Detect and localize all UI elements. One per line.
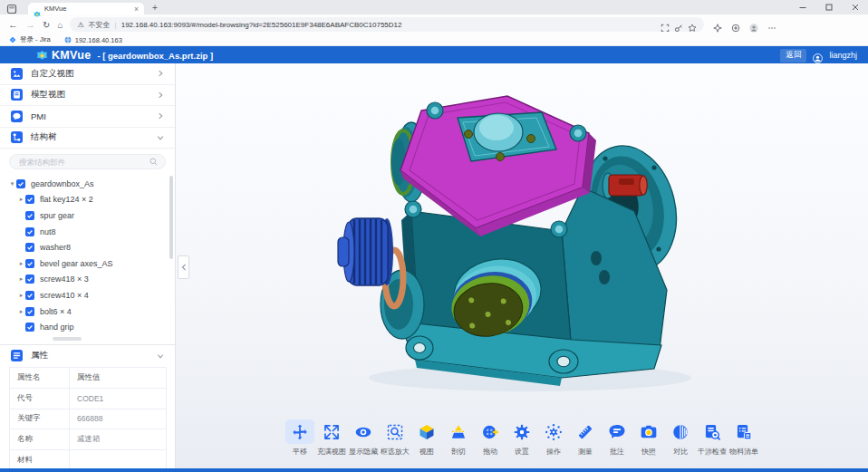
tool-label: 批注 — [610, 447, 624, 457]
tree-checkbox[interactable] — [25, 243, 34, 252]
app-logo-text: KMVue — [52, 49, 91, 62]
tree-checkbox[interactable] — [16, 179, 25, 188]
tree-item[interactable]: ▸ screw418 × 3 — [0, 272, 175, 288]
tool-comment[interactable]: 批注 — [603, 419, 632, 457]
sidebar-collapse-handle[interactable] — [178, 255, 189, 279]
tool-drag[interactable]: 拖动 — [476, 419, 505, 457]
tool-icon — [412, 419, 441, 444]
sidebar-panel-model-views[interactable]: 模型视图 — [0, 85, 175, 107]
expand-arrow-icon[interactable]: ▸ — [17, 196, 25, 203]
window-maximize-button[interactable] — [815, 0, 842, 14]
tree-item[interactable]: spur gear — [0, 207, 175, 224]
tree-checkbox[interactable] — [25, 291, 34, 300]
refresh-icon[interactable]: ↻ — [43, 20, 50, 30]
tab-actions-icon[interactable] — [6, 2, 17, 13]
panel-label: 自定义视图 — [31, 68, 157, 80]
bookmark-ip[interactable]: 192.168.40.163 — [64, 36, 122, 44]
tree-horizontal-scrollbar[interactable] — [53, 337, 82, 341]
user-avatar-icon[interactable] — [813, 51, 823, 61]
tool-compare[interactable]: 对比 — [666, 419, 695, 457]
sidebar-panel-pmi[interactable]: PMI — [0, 106, 175, 128]
jira-favicon-icon — [9, 36, 16, 43]
tree-checkbox[interactable] — [25, 211, 34, 220]
tool-icon — [349, 419, 378, 444]
sparkle-icon[interactable] — [713, 20, 722, 29]
expand-arrow-icon[interactable]: ▾ — [8, 180, 16, 188]
tree-vertical-scrollbar[interactable] — [169, 176, 173, 259]
tree-checkbox[interactable] — [25, 195, 34, 204]
tool-fit[interactable]: 充满视图 — [317, 419, 346, 457]
properties-table: 属性名 属性值 代号 CODE1 关键字 666888 名称 减速箱 材料 — [9, 367, 167, 471]
tree-item[interactable]: ▸ screw410 × 4 — [0, 287, 175, 303]
return-button[interactable]: 返回 — [780, 49, 806, 63]
tool-icon — [507, 419, 536, 444]
globe-favicon-icon — [64, 36, 72, 43]
tree-item[interactable]: ▸ flat key124 × 2 — [0, 192, 175, 208]
properties-panel-header[interactable]: 属性 — [0, 346, 175, 365]
panel-icon — [11, 111, 23, 122]
address-bar[interactable]: ⚠ 不安全 | 192.168.40.163:9093/#/model-brow… — [70, 17, 704, 32]
tool-icon — [634, 419, 663, 444]
tree-item[interactable]: ▸ bevel gear axes_AS — [0, 255, 175, 272]
collections-icon[interactable] — [731, 20, 740, 29]
expand-arrow-icon[interactable]: ▸ — [17, 292, 25, 299]
password-key-icon[interactable] — [674, 20, 683, 29]
forward-icon[interactable]: → — [25, 20, 35, 30]
tree-item[interactable]: ▾ geardownbox_As — [0, 176, 175, 192]
tool-icon — [729, 419, 758, 444]
username[interactable]: liangzhj — [829, 51, 857, 60]
browser-menu-icon[interactable] — [767, 20, 776, 29]
tree-checkbox[interactable] — [25, 323, 34, 332]
fullscreen-icon[interactable] — [661, 20, 670, 29]
tool-section[interactable]: 剖切 — [444, 419, 473, 457]
model-canvas[interactable]: 平移 充满视图 显示隐藏 框选放大 视图 剖切 拖动 设置 操作 测量 批注 快… — [176, 63, 868, 468]
sidebar-panel-structure-tree[interactable]: 结构树 — [0, 128, 175, 149]
security-label: 不安全 — [89, 20, 111, 30]
tool-camera[interactable]: 快照 — [634, 419, 663, 457]
tool-label: 框选放大 — [381, 447, 410, 457]
tool-interference[interactable]: 干涉检查 — [698, 419, 727, 457]
expand-arrow-icon[interactable]: ▸ — [17, 275, 25, 283]
favorite-star-icon[interactable] — [688, 20, 697, 29]
tool-eye[interactable]: 显示隐藏 — [349, 419, 378, 457]
tool-operate[interactable]: 操作 — [539, 419, 568, 457]
kmvue-favicon-icon — [34, 5, 41, 13]
chevron-down-icon — [157, 352, 164, 360]
tree-checkbox[interactable] — [25, 227, 34, 236]
browser-tab[interactable]: KMVue × — [28, 3, 144, 14]
panel-icon — [11, 89, 23, 101]
window-close-button[interactable] — [842, 0, 868, 14]
bookmark-jira[interactable]: 登录 - Jira — [9, 35, 51, 44]
property-value — [70, 450, 166, 470]
tool-ruler[interactable]: 测量 — [571, 419, 600, 457]
expand-arrow-icon[interactable]: ▸ — [17, 260, 25, 267]
tree-search-box[interactable] — [9, 154, 166, 169]
home-icon[interactable]: ⌂ — [57, 20, 63, 30]
tool-pan[interactable]: 平移 — [285, 419, 314, 457]
tree-item[interactable]: hand grip — [0, 319, 175, 335]
expand-arrow-icon[interactable]: ▸ — [17, 308, 25, 315]
tree-checkbox[interactable] — [25, 259, 34, 268]
search-input[interactable] — [17, 157, 146, 168]
tool-gear[interactable]: 设置 — [507, 419, 536, 457]
tree-item[interactable]: ▸ bolt6 × 4 — [0, 303, 175, 320]
back-icon[interactable]: ← — [8, 20, 18, 30]
panel-label: 模型视图 — [31, 89, 157, 101]
tree-item-label: spur gear — [40, 211, 74, 220]
sidebar-panel-custom-views[interactable]: 自定义视图 — [0, 63, 175, 85]
tool-cube[interactable]: 视图 — [412, 419, 441, 457]
browser-avatar-icon[interactable] — [749, 20, 758, 29]
new-tab-button[interactable]: + — [152, 3, 158, 13]
tool-bom[interactable]: 物料清单 — [729, 419, 758, 457]
gearbox-model[interactable] — [335, 77, 698, 412]
tool-icon — [381, 419, 410, 444]
document-title: - [ geardownbox_As.prt.zip ] — [97, 51, 213, 61]
tool-label: 充满视图 — [317, 447, 346, 457]
tree-item[interactable]: washer8 — [0, 239, 175, 255]
tree-item[interactable]: nut8 — [0, 224, 175, 240]
tree-checkbox[interactable] — [25, 307, 34, 316]
tool-boxzoom[interactable]: 框选放大 — [381, 419, 410, 457]
tab-close-icon[interactable]: × — [134, 5, 139, 13]
window-minimize-button[interactable] — [789, 0, 815, 14]
tree-checkbox[interactable] — [25, 275, 34, 284]
